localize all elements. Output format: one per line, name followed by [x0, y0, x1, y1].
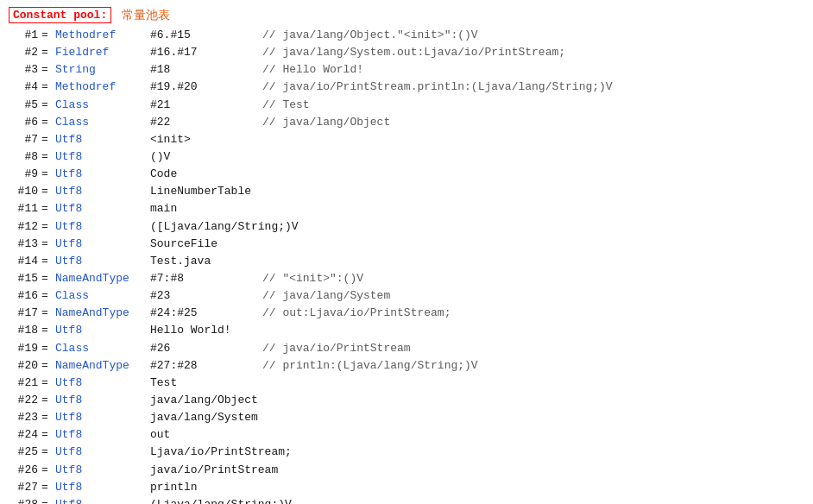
row-type: Utf8	[55, 322, 150, 339]
row-num: #17	[9, 305, 41, 322]
row-ref: main	[150, 200, 262, 217]
table-row: #9 = Utf8Code	[9, 166, 804, 183]
row-num: #16	[9, 287, 41, 305]
row-comment: // java/io/PrintStream	[262, 340, 411, 357]
row-ref: ([Ljava/lang/String;)V	[150, 218, 299, 236]
row-ref: Hello World!	[150, 322, 262, 339]
row-type: Utf8	[55, 253, 150, 270]
table-row: #24 = Utf8out	[9, 426, 804, 444]
row-comment: // java/io/PrintStream.println:(Ljava/la…	[262, 79, 613, 96]
table-row: #4 = Methodref#19.#20// java/io/PrintStr…	[9, 79, 804, 96]
row-comment: // java/lang/System.out:Ljava/io/PrintSt…	[262, 44, 565, 61]
row-ref: Test	[150, 375, 262, 392]
table-row: #22 = Utf8java/lang/Object	[9, 392, 804, 409]
row-eq: =	[41, 131, 55, 148]
table-row: #13 = Utf8SourceFile	[9, 236, 804, 253]
row-comment: // Test	[262, 97, 310, 114]
row-eq: =	[41, 392, 55, 409]
row-type: NameAndType	[55, 357, 150, 375]
row-eq: =	[41, 305, 55, 322]
row-type: Fieldref	[55, 44, 150, 61]
row-type: Utf8	[55, 183, 150, 200]
table-row: #21 = Utf8Test	[9, 375, 804, 392]
row-num: #8	[9, 148, 41, 166]
pool-table: #1 = Methodref#6.#15// java/lang/Object.…	[9, 27, 804, 504]
main-container: Constant pool: 常量池表 #1 = Methodref#6.#15…	[0, 0, 813, 504]
row-ref: #16.#17	[150, 44, 262, 61]
row-ref: #18	[150, 61, 262, 79]
row-eq: =	[41, 462, 55, 479]
row-eq: =	[41, 183, 55, 200]
row-type: Utf8	[55, 426, 150, 444]
row-num: #6	[9, 114, 41, 131]
row-comment: // println:(Ljava/lang/String;)V	[262, 357, 478, 375]
row-num: #10	[9, 183, 41, 200]
table-row: #17 = NameAndType#24:#25// out:Ljava/io/…	[9, 305, 804, 322]
row-type: Utf8	[55, 375, 150, 392]
row-num: #1	[9, 27, 41, 44]
row-type: Utf8	[55, 479, 150, 496]
row-type: String	[55, 61, 150, 79]
row-ref: LineNumberTable	[150, 183, 262, 200]
table-row: #27 = Utf8println	[9, 479, 804, 496]
table-row: #1 = Methodref#6.#15// java/lang/Object.…	[9, 27, 804, 44]
table-row: #6 = Class#22// java/lang/Object	[9, 114, 804, 131]
row-ref: #23	[150, 287, 262, 305]
table-row: #19 = Class#26// java/io/PrintStream	[9, 340, 804, 357]
table-row: #5 = Class#21// Test	[9, 97, 804, 114]
row-num: #3	[9, 61, 41, 79]
row-eq: =	[41, 79, 55, 96]
row-ref: <init>	[150, 131, 262, 148]
row-eq: =	[41, 236, 55, 253]
row-eq: =	[41, 287, 55, 305]
table-row: #20 = NameAndType#27:#28// println:(Ljav…	[9, 357, 804, 375]
row-type: Class	[55, 340, 150, 357]
table-row: #18 = Utf8Hello World!	[9, 322, 804, 339]
row-type: Class	[55, 287, 150, 305]
row-comment: // out:Ljava/io/PrintStream;	[262, 305, 451, 322]
row-num: #2	[9, 44, 41, 61]
row-num: #11	[9, 200, 41, 217]
table-row: #12 = Utf8([Ljava/lang/String;)V	[9, 218, 804, 236]
row-eq: =	[41, 97, 55, 114]
row-type: Class	[55, 97, 150, 114]
row-eq: =	[41, 114, 55, 131]
row-type: Utf8	[55, 200, 150, 217]
row-ref: java/lang/System	[150, 409, 262, 426]
row-eq: =	[41, 218, 55, 236]
table-row: #3 = String#18// Hello World!	[9, 61, 804, 79]
row-type: Class	[55, 114, 150, 131]
row-ref: #22	[150, 114, 262, 131]
row-eq: =	[41, 200, 55, 217]
table-row: #14 = Utf8Test.java	[9, 253, 804, 270]
row-eq: =	[41, 27, 55, 44]
row-comment: // Hello World!	[262, 61, 363, 79]
row-eq: =	[41, 479, 55, 496]
row-ref: #26	[150, 340, 262, 357]
row-num: #12	[9, 218, 41, 236]
row-ref: Ljava/io/PrintStream;	[150, 444, 292, 461]
row-eq: =	[41, 444, 55, 461]
table-row: #28 = Utf8(Ljava/lang/String;)V	[9, 496, 804, 504]
chinese-label: 常量池表	[122, 8, 170, 23]
table-row: #25 = Utf8Ljava/io/PrintStream;	[9, 444, 804, 461]
row-ref: Code	[150, 166, 262, 183]
row-num: #24	[9, 426, 41, 444]
row-eq: =	[41, 409, 55, 426]
row-type: Utf8	[55, 462, 150, 479]
row-ref: #27:#28	[150, 357, 262, 375]
row-ref: SourceFile	[150, 236, 262, 253]
row-type: Utf8	[55, 148, 150, 166]
row-num: #13	[9, 236, 41, 253]
row-type: NameAndType	[55, 305, 150, 322]
row-ref: println	[150, 479, 262, 496]
row-ref: #6.#15	[150, 27, 262, 44]
row-num: #18	[9, 322, 41, 339]
row-num: #28	[9, 496, 41, 504]
row-type: Utf8	[55, 218, 150, 236]
row-eq: =	[41, 270, 55, 287]
table-row: #23 = Utf8java/lang/System	[9, 409, 804, 426]
row-num: #19	[9, 340, 41, 357]
row-num: #9	[9, 166, 41, 183]
table-row: #16 = Class#23// java/lang/System	[9, 287, 804, 305]
